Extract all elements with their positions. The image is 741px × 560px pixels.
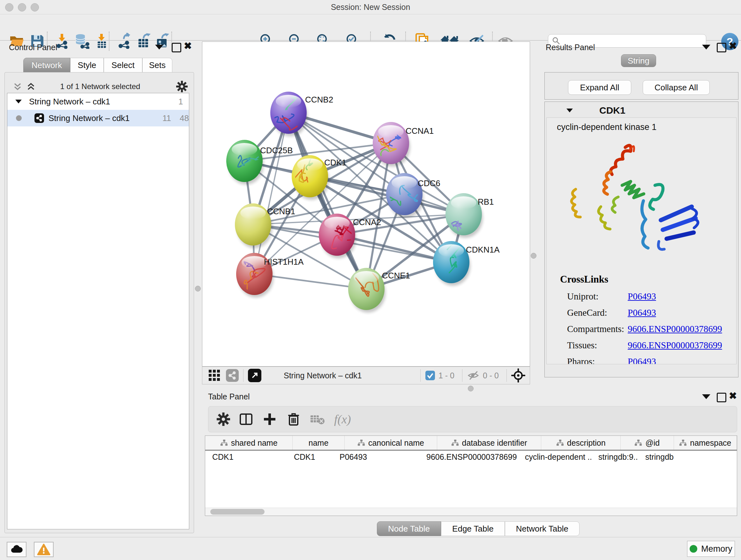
tab-string[interactable]: String [621,54,656,67]
selected-checkbox-icon[interactable] [425,370,435,381]
network-collection-label: String Network – cdk1 [29,97,110,107]
gear-icon[interactable] [176,81,188,92]
table-cell[interactable]: stringdb:9... [591,452,638,462]
column-type-icon [634,439,642,446]
panel-close-icon[interactable]: ✖ [729,42,737,50]
expand-all-icon[interactable] [25,81,37,92]
import-table-icon[interactable] [94,33,109,49]
results-buttons-box: Expand All Collapse All [544,72,738,100]
node-label: CDK1 [324,158,346,167]
network-view-icon[interactable] [226,369,239,382]
node-label: RB1 [478,197,494,206]
tab-edge-table[interactable]: Edge Table [441,521,505,536]
control-panel-title: Control Panel [9,43,57,52]
left-splitter-handle[interactable] [195,286,201,292]
tree-collapse-icon[interactable] [14,98,23,106]
node-label: HIST1H1A [264,257,304,266]
column-header[interactable]: name [293,436,345,450]
column-header[interactable]: canonical name [345,436,437,450]
panel-close-icon[interactable]: ✖ [729,392,737,400]
network-icon [35,113,44,123]
network-tree-child-row[interactable]: String Network – cdk1 11 48 [7,110,189,126]
column-header[interactable]: @id [621,436,674,450]
cloud-button[interactable] [7,542,26,557]
column-header[interactable]: database identifier [437,436,541,450]
warning-button[interactable] [34,542,54,557]
network-status-dot [16,115,22,121]
gene-section-header[interactable]: CDK1 [546,104,737,118]
tab-select[interactable]: Select [104,58,142,72]
tab-network[interactable]: Network [23,58,70,72]
table-horizontal-scrollbar[interactable] [205,508,737,516]
panel-menu-icon[interactable] [702,45,711,50]
node-label: CDKN1A [466,245,500,254]
crosslink-link[interactable]: 9606.ENSP00000378699 [628,324,722,334]
table-row[interactable]: CDK1CDK1P064939606.ENSP00000378699cyclin… [205,450,737,463]
crosslinks-title: CrossLinks [560,273,608,285]
panel-menu-icon[interactable] [702,394,711,399]
crosslink-label: Pharos: [567,356,628,364]
bottom-splitter-handle[interactable] [468,386,474,391]
network-canvas[interactable]: CCNB2CCNA1CDC25BCDK1CDC6RB1CCNB1CCNA2CDK… [202,42,530,367]
delete-column-icon[interactable] [287,412,300,426]
network-view-toolbar: String Network – cdk1 1 - 0 0 - 0 [202,367,530,384]
collapse-all-button[interactable]: Collapse All [643,80,710,95]
column-header[interactable]: namespace [674,436,737,450]
show-columns-icon[interactable] [239,412,253,426]
tab-sets[interactable]: Sets [142,58,172,72]
toolbar-separator [109,32,110,51]
birds-eye-view-icon[interactable] [248,369,261,382]
toolbar-separator [462,369,462,382]
tab-node-table[interactable]: Node Table [377,521,441,536]
results-panel-title: Results Panel [546,43,595,52]
table-cell[interactable]: P06493 [333,452,419,462]
crosslink-link[interactable]: P06493 [628,291,656,302]
grid-view-icon[interactable] [208,369,221,382]
export-network-icon[interactable] [117,33,132,49]
table-toolbar: f(x) [208,406,737,432]
hidden-counts: 0 - 0 [483,371,499,380]
right-splitter-handle[interactable] [531,253,536,259]
collapse-section-icon[interactable] [565,106,574,115]
node-label: CCNA1 [406,126,434,136]
table-cell[interactable]: stringdb [638,452,695,462]
network-graph[interactable]: CCNB2CCNA1CDC25BCDK1CDC6RB1CCNB1CCNA2CDK… [202,42,530,366]
tab-style[interactable]: Style [70,58,104,72]
window-title: Session: New Session [0,3,741,12]
memory-button[interactable]: Memory [687,541,735,557]
toolbar-separator [243,369,244,382]
add-column-icon[interactable] [263,412,277,426]
table-cell[interactable]: CDK1 [205,452,287,462]
panel-float-icon[interactable] [717,393,726,402]
crosslink-row: Uniprot:P06493 [567,288,722,305]
crosshair-icon[interactable] [511,368,525,382]
crosslink-link[interactable]: P06493 [628,356,656,364]
table-cell[interactable]: cyclin-dependent ... [518,452,591,462]
table-cell[interactable]: CDK1 [287,452,333,462]
import-network-database-icon[interactable] [74,33,89,49]
panel-float-icon[interactable] [172,43,181,52]
column-header[interactable]: shared name [205,436,293,450]
node-table[interactable]: shared namenamecanonical namedatabase id… [205,435,737,516]
crosslink-link[interactable]: P06493 [628,307,656,318]
export-table-icon[interactable] [136,33,151,49]
column-type-icon [451,439,459,446]
crosslink-row: Tissues:9606.ENSP00000378699 [567,337,722,354]
gene-details: cyclin-dependent kinase 1 [546,118,737,364]
crosslink-link[interactable]: 9606.ENSP00000378699 [628,340,722,351]
table-cell[interactable]: 9606.ENSP00000378699 [419,452,518,462]
crosslinks-list: Uniprot:P06493GeneCard:P06493Compartment… [567,288,722,364]
column-header[interactable]: description [541,436,621,450]
panel-menu-icon[interactable] [155,45,163,50]
network-tree-root-row[interactable]: String Network – cdk1 1 [7,93,189,110]
column-header-label: name [309,438,329,448]
scrollbar-thumb[interactable] [210,509,265,515]
panel-float-icon[interactable] [717,43,726,52]
tab-network-table[interactable]: Network Table [505,521,580,536]
expand-all-button[interactable]: Expand All [568,80,631,95]
collapse-all-icon[interactable] [12,81,23,92]
gear-icon[interactable] [217,413,230,426]
column-header-label: shared name [231,438,278,448]
panel-close-icon[interactable]: ✖ [184,42,192,50]
network-edge[interactable] [254,113,288,274]
